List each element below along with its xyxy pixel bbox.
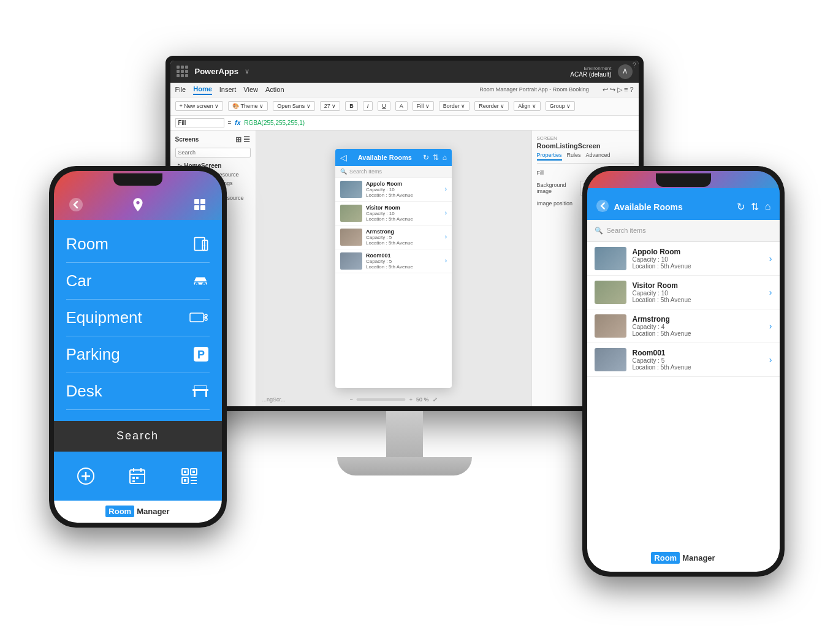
right-room-item-2[interactable]: Visitor Room Capacity : 10 Location : 5t… (587, 276, 780, 309)
app-room-item-2[interactable]: Visitor Room Capacity : 10 Location : 5t… (335, 202, 452, 225)
right-filter-icon[interactable]: ⇅ (751, 201, 759, 213)
room-arrow-3[interactable]: › (445, 233, 447, 240)
sidebar-search[interactable] (175, 148, 251, 157)
left-phone-body: Room Car Equipment (49, 166, 227, 528)
room-info-1: Appolo Room Capacity : 10 Location : 5th… (366, 181, 441, 198)
sidebar-toggle[interactable]: ⊞ ☰ (235, 135, 250, 144)
home-icon[interactable]: ⌂ (443, 153, 447, 162)
footer-calendar-icon[interactable] (125, 464, 150, 488)
menu-label-desk: Desk (66, 382, 102, 401)
app-room-item-1[interactable]: Appolo Room Capacity : 10 Location : 5th… (335, 178, 452, 202)
btn-align[interactable]: Align ∨ (514, 101, 541, 111)
svg-point-13 (205, 318, 207, 320)
btn-underline[interactable]: U (378, 101, 390, 111)
right-refresh-icon[interactable]: ↻ (737, 201, 745, 213)
right-room-item-3[interactable]: Armstrong Capacity : 4 Location : 5th Av… (587, 309, 780, 343)
pa-menubar: File Home Insert View Action Room Manage… (170, 83, 639, 97)
fit-icon[interactable]: ⤢ (433, 396, 438, 403)
left-nav-back[interactable] (66, 195, 86, 214)
right-app-search[interactable]: 🔍 Search items (587, 220, 780, 242)
right-room-item-4[interactable]: Room001 Capacity : 5 Location : 5th Aven… (587, 343, 780, 377)
menu-item-parking[interactable]: Parking P (66, 336, 210, 373)
btn-italic[interactable]: I (363, 101, 373, 111)
search-icon-small: 🔍 (340, 169, 347, 175)
btn-bold[interactable]: B (345, 101, 358, 111)
scene: PowerApps ∨ Environment ACAR (default) A… (49, 31, 785, 613)
tab-rules[interactable]: Rules (567, 152, 581, 161)
svg-rect-3 (194, 205, 199, 210)
left-search-bar[interactable]: Search (54, 421, 222, 452)
right-room-arrow-4[interactable]: › (769, 355, 772, 365)
app-back-btn[interactable]: ◁ (340, 153, 347, 162)
right-app-header-content: Available Rooms ↻ ⇅ ⌂ (596, 199, 771, 215)
zoom-slider[interactable] (357, 398, 406, 401)
app-room-item-4[interactable]: Room001 Capacity : 5 Location : 5th Aven… (335, 249, 452, 273)
brand-manager-left: Manager (137, 507, 169, 516)
room-capacity-1: Capacity : 10 (366, 187, 441, 192)
btn-font[interactable]: Open Sans ∨ (273, 101, 315, 111)
app-room-item-3[interactable]: Armstrong Capacity : 5 Location : 5th Av… (335, 225, 452, 249)
room-thumb-3 (340, 229, 362, 246)
menu-insert[interactable]: Insert (219, 85, 237, 94)
left-nav-bar (54, 189, 222, 220)
room-arrow-2[interactable]: › (445, 210, 447, 216)
right-app-back-btn[interactable] (596, 199, 609, 215)
filter-icon[interactable]: ⇅ (433, 153, 439, 162)
right-room-thumb-3 (595, 314, 626, 338)
brand-room-left: Room (105, 506, 134, 517)
right-room-loc-1: Location : 5th Avenue (633, 263, 763, 270)
right-room-arrow-2[interactable]: › (769, 287, 772, 297)
btn-theme[interactable]: 🎨 Theme ∨ (228, 101, 268, 111)
btn-group[interactable]: Group ∨ (546, 101, 576, 111)
refresh-icon[interactable]: ↻ (423, 153, 429, 162)
btn-border[interactable]: Border ∨ (439, 101, 470, 111)
right-room-info-2: Visitor Room Capacity : 10 Location : 5t… (633, 281, 763, 303)
btn-size[interactable]: 27 ∨ (320, 101, 341, 111)
canvas-label: ...ngScr... (262, 396, 286, 403)
right-search-placeholder: Search items (607, 227, 646, 234)
left-nav-grid[interactable] (190, 195, 210, 214)
menu-item-desk[interactable]: Desk (66, 373, 210, 410)
pa-app-name: PowerApps (195, 67, 239, 76)
svg-text:P: P (197, 349, 205, 361)
tab-properties[interactable]: Properties (537, 152, 562, 161)
zoom-plus[interactable]: + (409, 396, 413, 403)
btn-fill[interactable]: Fill ∨ (413, 101, 434, 111)
btn-new-screen[interactable]: + New screen ∨ (175, 101, 224, 111)
waffle-icon[interactable] (177, 66, 189, 78)
room-name-3: Armstrong (366, 229, 441, 235)
menu-item-equipment[interactable]: Equipment (66, 300, 210, 336)
tab-advanced[interactable]: Advanced (586, 152, 610, 161)
menu-item-room[interactable]: Room (66, 226, 210, 263)
right-room-arrow-1[interactable]: › (769, 254, 772, 263)
btn-fontcolor[interactable]: A (395, 101, 408, 111)
room-capacity-3: Capacity : 5 (366, 235, 441, 240)
svg-rect-2 (200, 199, 205, 204)
right-room-arrow-3[interactable]: › (769, 321, 772, 331)
prop-imgpos-label: Image position (537, 200, 573, 206)
right-app-content: Available Rooms ↻ ⇅ ⌂ 🔍 Search items (587, 171, 780, 572)
room-arrow-4[interactable]: › (445, 257, 447, 264)
menu-home[interactable]: Home (193, 84, 212, 95)
footer-qr-icon[interactable] (177, 464, 202, 488)
menu-item-car[interactable]: Car (66, 263, 210, 300)
right-room-item-1[interactable]: Appolo Room Capacity : 10 Location : 5th… (587, 242, 780, 276)
room-capacity-4: Capacity : 5 (366, 259, 441, 264)
menu-view[interactable]: View (243, 85, 258, 94)
footer-add-icon[interactable] (74, 464, 98, 488)
left-nav-location[interactable] (128, 195, 148, 214)
right-room-cap-2: Capacity : 10 (633, 290, 763, 297)
brand-manager-right: Manager (682, 553, 715, 563)
pa-prop-screen-label: SCREEN (537, 135, 634, 141)
menu-file[interactable]: File (175, 85, 186, 94)
right-room-cap-3: Capacity : 4 (633, 324, 763, 330)
right-home-icon[interactable]: ⌂ (765, 201, 771, 213)
menu-action[interactable]: Action (265, 85, 284, 94)
room-info-4: Room001 Capacity : 5 Location : 5th Aven… (366, 252, 441, 270)
formula-property-select[interactable] (175, 118, 224, 127)
app-search-bar[interactable]: 🔍 Search Items (335, 166, 452, 178)
equipment-icon (189, 310, 210, 325)
zoom-minus[interactable]: − (349, 396, 352, 403)
btn-reorder[interactable]: Reorder ∨ (474, 101, 509, 111)
room-arrow-1[interactable]: › (445, 186, 447, 192)
